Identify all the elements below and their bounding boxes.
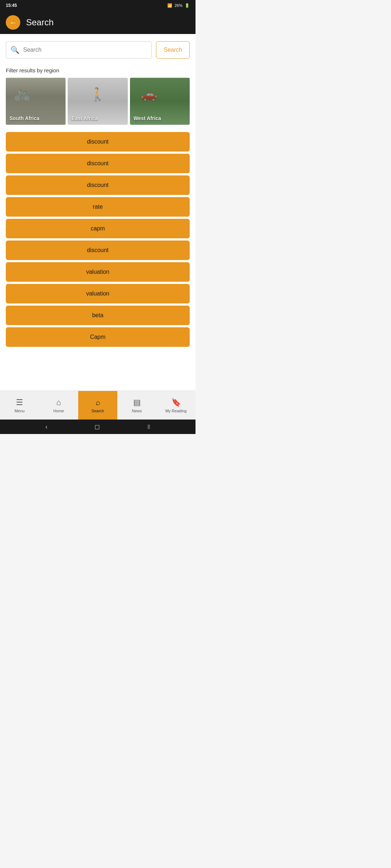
status-bar: 15:45 📶 26% 🔋	[0, 0, 196, 11]
suggestion-btn-sug-4[interactable]: rate	[6, 197, 190, 217]
suggestion-btn-sug-3[interactable]: discount	[6, 175, 190, 195]
region-card-south-africa[interactable]: South Africa	[6, 78, 66, 125]
search-icon: 🔍	[10, 46, 20, 54]
suggestion-btn-sug-5[interactable]: capm	[6, 219, 190, 238]
suggestion-btn-sug-6[interactable]: discount	[6, 241, 190, 260]
status-icons: 📶 26% 🔋	[167, 3, 190, 8]
nav-icon-search: ⌕	[96, 398, 100, 407]
filter-label: Filter results by region	[6, 67, 190, 73]
battery-icon: 🔋	[185, 3, 190, 8]
suggestion-btn-sug-7[interactable]: valuation	[6, 262, 190, 282]
nav-icon-home: ⌂	[56, 398, 61, 407]
back-button[interactable]: ←	[6, 15, 20, 30]
nav-icon-news: ▤	[133, 398, 141, 407]
suggestion-btn-sug-9[interactable]: beta	[6, 306, 190, 325]
page-title: Search	[26, 17, 54, 27]
header: ← Search	[0, 11, 196, 34]
nav-label-my-reading: My Reading	[165, 409, 187, 413]
nav-item-my-reading[interactable]: 🔖My Reading	[156, 391, 196, 420]
region-label-east-africa: East Africa	[71, 115, 98, 121]
nav-item-home[interactable]: ⌂Home	[39, 391, 78, 420]
search-button[interactable]: Search	[156, 41, 190, 59]
nav-label-menu: Menu	[14, 409, 25, 413]
nav-label-news: News	[132, 409, 142, 413]
back-gesture-icon[interactable]: ‹	[45, 423, 47, 431]
back-arrow-icon: ←	[9, 19, 17, 26]
suggestions-list: discountdiscountdiscountratecapmdiscount…	[6, 132, 190, 347]
home-gesture-icon[interactable]: ◻	[94, 423, 100, 431]
search-input[interactable]	[23, 47, 147, 53]
region-label-south-africa: South Africa	[9, 115, 39, 121]
region-card-east-africa[interactable]: East Africa	[68, 78, 127, 125]
nav-item-search[interactable]: ⌕Search	[78, 391, 117, 420]
nav-item-menu[interactable]: ☰Menu	[0, 391, 39, 420]
suggestion-btn-sug-2[interactable]: discount	[6, 154, 190, 173]
nav-item-news[interactable]: ▤News	[117, 391, 156, 420]
wifi-icon: 📶	[167, 3, 172, 8]
region-label-west-africa: West Africa	[134, 115, 161, 121]
nav-label-search: Search	[92, 409, 104, 413]
device-bottom-bar: ‹ ◻ ⫴	[0, 420, 196, 434]
search-input-wrapper: 🔍	[6, 41, 152, 59]
battery-indicator: 26%	[175, 3, 182, 8]
nav-icon-my-reading: 🔖	[171, 398, 181, 407]
nav-label-home: Home	[53, 409, 64, 413]
nav-icon-menu: ☰	[16, 398, 23, 407]
recents-gesture-icon[interactable]: ⫴	[147, 423, 150, 431]
suggestion-btn-sug-10[interactable]: Capm	[6, 327, 190, 347]
suggestion-btn-sug-1[interactable]: discount	[6, 132, 190, 152]
main-content: 🔍 Search Filter results by region South …	[0, 34, 196, 391]
status-time: 15:45	[6, 3, 17, 8]
suggestion-btn-sug-8[interactable]: valuation	[6, 284, 190, 303]
region-grid: South Africa East Africa West Africa	[6, 78, 190, 125]
region-card-west-africa[interactable]: West Africa	[130, 78, 190, 125]
bottom-nav: ☰Menu⌂Home⌕Search▤News🔖My Reading	[0, 391, 196, 420]
search-row: 🔍 Search	[6, 41, 190, 59]
